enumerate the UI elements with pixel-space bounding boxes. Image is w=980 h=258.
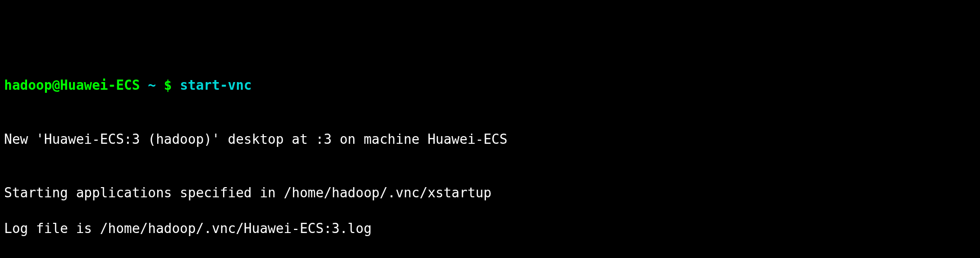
output-line-1: New 'Huawei-ECS:3 (hadoop)' desktop at :… <box>4 131 976 148</box>
prompt-sep <box>140 78 148 93</box>
prompt-sep2 <box>156 78 164 93</box>
typed-command: start-vnc <box>180 78 252 93</box>
command-line-1[interactable]: hadoop@Huawei-ECS ~ $ start-vnc <box>4 76 976 94</box>
prompt-path: ~ <box>148 78 156 93</box>
prompt-user-host: hadoop@Huawei-ECS <box>4 78 140 93</box>
output-line-3: Log file is /home/hadoop/.vnc/Huawei-ECS… <box>4 220 976 238</box>
prompt-dollar: $ <box>164 78 180 93</box>
output-line-2: Starting applications specified in /home… <box>4 184 976 202</box>
